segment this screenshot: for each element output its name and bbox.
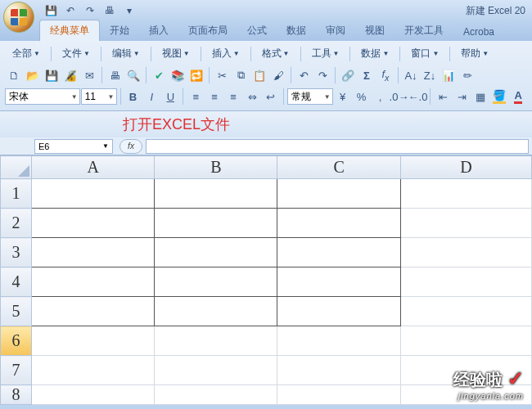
font-size-combo[interactable]: 11▼ [81,88,117,105]
cut-button[interactable]: ✂ [213,66,231,84]
qat-save-button[interactable]: 💾 [43,2,59,19]
increase-indent-button[interactable]: ⇥ [453,88,471,106]
undo-button[interactable]: ↶ [295,66,313,84]
row-header-6[interactable]: 6 [1,326,32,356]
menu-file[interactable]: 文件▼ [56,44,96,63]
cell-B5[interactable] [155,297,277,326]
cell-A1[interactable] [32,179,155,209]
qat-print-button[interactable]: 🖶 [101,2,118,19]
sort-desc-button[interactable]: Z↓ [421,66,439,84]
italic-button[interactable]: I [142,88,160,106]
row-header-4[interactable]: 4 [1,267,32,297]
redo-button[interactable]: ↷ [313,66,331,84]
tab-acrobat[interactable]: Acroba [453,23,504,41]
cell-C8[interactable] [277,385,400,405]
menu-insert[interactable]: 插入▼ [206,44,246,63]
cell-A6[interactable] [32,326,155,356]
qat-customize-button[interactable]: ▾ [121,2,138,19]
font-name-combo[interactable]: 宋体▼ [5,88,80,105]
qat-redo-button[interactable]: ↷ [82,2,98,19]
tab-home[interactable]: 开始 [100,20,139,41]
spell-button[interactable]: ✔ [150,66,168,84]
row-header-5[interactable]: 5 [1,297,32,326]
menu-format[interactable]: 格式▼ [256,44,295,63]
comma-button[interactable]: , [372,88,390,106]
increase-decimal-button[interactable]: .0→ [390,88,408,106]
cell-C1[interactable] [277,179,400,209]
cell-A8[interactable] [32,385,155,405]
cell-D3[interactable] [400,238,531,267]
tab-classic-menu[interactable]: 经典菜单 [39,20,100,41]
tab-insert[interactable]: 插入 [139,20,178,41]
mail-button[interactable]: ✉ [80,66,98,84]
align-center-button[interactable]: ≡ [205,88,223,106]
tab-data[interactable]: 数据 [277,20,316,41]
research-button[interactable]: 📚 [169,66,187,84]
column-header-C[interactable]: C [277,156,400,179]
copy-button[interactable]: ⧉ [232,66,250,84]
cell-C5[interactable] [277,297,400,326]
cell-A7[interactable] [32,356,155,385]
row-header-3[interactable]: 3 [1,238,32,267]
cell-D2[interactable] [400,209,531,238]
decrease-decimal-button[interactable]: ←.0 [408,88,426,106]
align-right-button[interactable]: ≡ [224,88,242,106]
cell-B3[interactable] [155,238,277,267]
row-header-1[interactable]: 1 [1,179,32,209]
cell-A3[interactable] [32,238,155,267]
office-button[interactable] [3,2,34,33]
column-header-A[interactable]: A [32,156,155,179]
cell-C4[interactable] [277,267,400,297]
tab-review[interactable]: 审阅 [316,20,355,41]
name-box[interactable]: E6▼ [34,139,113,154]
cell-B8[interactable] [155,385,277,405]
cell-C3[interactable] [277,238,400,267]
cell-C2[interactable] [277,209,400,238]
tab-formulas[interactable]: 公式 [237,20,277,41]
tab-view[interactable]: 视图 [355,20,394,41]
cell-D5[interactable] [400,297,531,326]
underline-button[interactable]: U [161,88,179,106]
row-header-2[interactable]: 2 [1,209,32,238]
cell-A5[interactable] [32,297,155,326]
font-color-button[interactable]: A [509,88,527,106]
format-painter-button[interactable]: 🖌 [269,66,287,84]
paste-button[interactable]: 📋 [250,66,268,84]
chart-button[interactable]: 📊 [440,66,458,84]
translate-button[interactable]: 🔁 [187,66,205,84]
bold-button[interactable]: B [124,88,142,106]
row-header-7[interactable]: 7 [1,356,32,385]
save-button[interactable]: 💾 [43,66,61,84]
row-header-8[interactable]: 8 [1,385,32,405]
function-button[interactable]: fx [376,66,394,84]
menu-window[interactable]: 窗口▼ [405,44,444,63]
cell-D6[interactable] [400,326,531,356]
column-header-B[interactable]: B [155,156,277,179]
borders-button[interactable]: ▦ [471,88,489,106]
permission-button[interactable]: 🔏 [61,66,79,84]
column-header-D[interactable]: D [400,156,531,179]
menu-view[interactable]: 视图▼ [156,44,196,63]
cell-B6[interactable] [155,326,277,356]
cell-B7[interactable] [155,356,277,385]
drawing-button[interactable]: ✏ [458,66,476,84]
number-format-combo[interactable]: 常规▼ [287,88,333,105]
menu-help[interactable]: 帮助▼ [455,44,494,63]
new-button[interactable]: 🗋 [5,66,23,84]
wrap-text-button[interactable]: ↩ [262,88,280,106]
menu-tools[interactable]: 工具▼ [306,44,345,63]
cell-A2[interactable] [32,209,155,238]
cell-C7[interactable] [277,356,400,385]
open-button[interactable]: 📂 [24,66,42,84]
align-left-button[interactable]: ≡ [187,88,205,106]
qat-undo-button[interactable]: ↶ [62,2,79,19]
hyperlink-button[interactable]: 🔗 [339,66,357,84]
cell-B2[interactable] [155,209,277,238]
preview-button[interactable]: 🔍 [124,66,142,84]
menu-data[interactable]: 数据▼ [355,44,394,63]
tab-developer[interactable]: 开发工具 [394,20,453,41]
merge-center-button[interactable]: ⇔ [243,88,261,106]
fill-color-button[interactable]: 🪣 [490,88,508,106]
insert-function-button[interactable]: fx [119,139,142,154]
cell-B1[interactable] [155,179,277,209]
